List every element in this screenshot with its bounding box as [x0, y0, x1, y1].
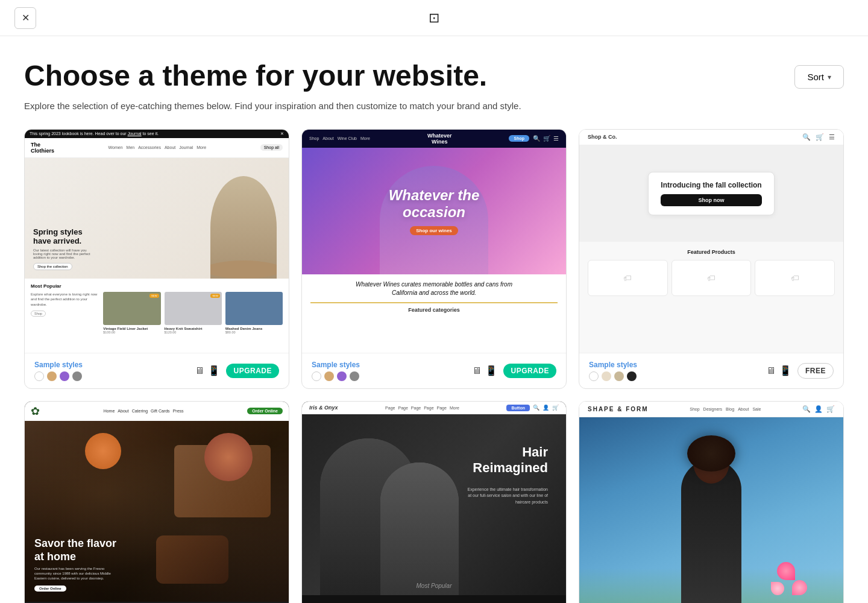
swatch-gray[interactable]: [350, 371, 359, 381]
sort-label: Sort: [807, 72, 824, 82]
new-badge: NEW: [149, 294, 159, 298]
footer-left-wines: Sample styles: [312, 361, 360, 381]
shop-product-1: 🏷: [588, 260, 668, 296]
jeans-image: [225, 292, 283, 325]
card-footer-clothiers: Sample styles 🖥 📱 UPGRADE: [25, 353, 289, 388]
shape-nav: SHAPE & FORM ShopDesignersBlogAboutSale …: [579, 402, 843, 417]
shape-hero: [579, 417, 843, 603]
search-icon: 🔍: [533, 405, 539, 411]
restaurant-order-btn: Order Online: [247, 408, 283, 414]
wines-featured-title: Featured categories: [310, 302, 558, 313]
theme-card-wines[interactable]: ShopAboutWine ClubMore WhateverWines Sho…: [301, 129, 567, 389]
iris-nav-links: PagePagePagePagePageMore: [385, 406, 459, 410]
flowers: [771, 562, 807, 598]
cart-icon: 🛒: [826, 405, 835, 413]
product-description-col: Explore what everyone is loving right no…: [31, 292, 99, 334]
iris-hero: HairReimagined Experience the ultimate h…: [302, 414, 566, 595]
restaurant-nav-links: HomeAboutCateringGift CardsPress: [104, 409, 184, 413]
card-footer-wines: Sample styles 🖥 📱 UPGRADE: [302, 353, 566, 388]
restaurant-hero: Savor the flavorat home Our restaurant h…: [25, 421, 289, 602]
desktop-icon: 🖥: [195, 365, 204, 376]
free-badge-shop[interactable]: FREE: [797, 363, 834, 379]
upgrade-badge-wines[interactable]: UPGRADE: [503, 364, 556, 378]
shop-swatches[interactable]: [589, 371, 637, 381]
restaurant-logo: ✿: [31, 405, 40, 418]
mobile-icon: 📱: [779, 365, 791, 376]
theme-card-shape[interactable]: SHAPE & FORM ShopDesignersBlogAboutSale …: [579, 401, 844, 603]
iris-nav-right: Button 🔍 👤 🛒: [506, 405, 559, 411]
footer-left-shop: Sample styles: [589, 361, 637, 381]
petal-2: [792, 580, 807, 595]
swatch-white[interactable]: [589, 371, 599, 381]
device-icons-wines: 🖥 📱: [472, 365, 497, 376]
wines-cta-button: Shop our wines: [410, 226, 458, 235]
shop-banner: Introducing the fall collection Shop now: [579, 145, 843, 242]
theme-preview-shape: SHAPE & FORM ShopDesignersBlogAboutSale …: [579, 402, 843, 603]
theme-preview-iris: Iris & Onyx PagePagePagePagePageMore But…: [302, 402, 566, 603]
top-bar: ✕ ⊡: [0, 0, 868, 36]
food-plate-2: [156, 535, 228, 584]
theme-card-shop[interactable]: Shop & Co. 🔍 🛒 ☰ Introducing the fall co…: [579, 129, 844, 389]
close-icon: ✕: [280, 131, 284, 136]
app-logo: ⊡: [429, 10, 439, 26]
hoodie-image: NEW: [165, 292, 222, 325]
wines-logo: WhateverWines: [427, 133, 452, 145]
theme-card-clothiers[interactable]: This spring 2023 lookbook is here. Head …: [24, 129, 289, 389]
swatch-beige[interactable]: [614, 371, 624, 381]
sample-styles-label-wines: Sample styles: [312, 361, 360, 369]
sample-styles-label: Sample styles: [34, 361, 83, 369]
wines-nav: ShopAboutWine ClubMore WhateverWines Sho…: [302, 130, 566, 148]
menu-icon: ☰: [829, 133, 835, 141]
swatch-tan[interactable]: [47, 371, 57, 381]
cart-icon: 🛒: [552, 405, 559, 411]
restaurant-headline: Savor the flavorat home: [34, 537, 119, 563]
shape-nav-icons: 🔍 👤 🛒: [802, 405, 835, 413]
iris-figure-2: [380, 463, 459, 595]
hero-text: Spring styleshave arrived. Our latest co…: [33, 227, 93, 270]
themes-grid: This spring 2023 lookbook is here. Head …: [0, 123, 868, 603]
wines-nav-links: ShopAboutWine ClubMore: [309, 136, 370, 140]
cart-icon: 🛒: [543, 135, 550, 142]
theme-card-iris[interactable]: Iris & Onyx PagePagePagePagePageMore But…: [301, 401, 567, 603]
product-jacket: NEW Vintage Field Liner Jacket $100.00: [103, 292, 160, 334]
swatch-white[interactable]: [34, 371, 44, 381]
swatch-purple[interactable]: [337, 371, 347, 381]
color-swatches[interactable]: [34, 371, 83, 381]
theme-preview-restaurant: ✿ HomeAboutCateringGift CardsPress Order…: [25, 402, 289, 603]
shop-product-3: 🏷: [755, 260, 835, 296]
sort-button[interactable]: Sort ▾: [794, 65, 844, 89]
clothiers-hero: Spring styleshave arrived. Our latest co…: [25, 158, 289, 279]
close-button[interactable]: ✕: [14, 7, 36, 29]
shop-products-row: 🏷 🏷 🏷: [588, 260, 835, 296]
shop-banner-card: Introducing the fall collection Shop now: [648, 172, 774, 215]
hero-body: Our latest collection will have you lovi…: [33, 248, 93, 259]
upgrade-badge[interactable]: UPGRADE: [226, 364, 279, 378]
banner-button: Shop now: [661, 194, 761, 206]
mobile-icon: 📱: [485, 365, 497, 376]
swatch-black[interactable]: [627, 371, 637, 381]
shop-products-section: Featured Products 🏷 🏷 🏷: [579, 242, 843, 303]
theme-card-restaurant[interactable]: ✿ HomeAboutCateringGift CardsPress Order…: [24, 401, 289, 603]
swatch-cream[interactable]: [602, 371, 611, 381]
wines-nav-icons: 🔍 🛒 ☰: [533, 135, 559, 142]
swatch-white[interactable]: [312, 371, 321, 381]
shop-nav-icons: 🔍 🛒 ☰: [802, 133, 835, 141]
theme-preview-clothiers: This spring 2023 lookbook is here. Head …: [25, 130, 289, 353]
shape-figure: [657, 423, 766, 603]
shop-product-2: 🏷: [671, 260, 752, 296]
products-row: Explore what everyone is loving right no…: [31, 292, 283, 334]
wines-swatches[interactable]: [312, 371, 360, 381]
product-jeans: Washed Denim Jeans $80.00: [225, 292, 283, 334]
swatch-purple[interactable]: [60, 371, 69, 381]
restaurant-text: Savor the flavorat home Our restaurant h…: [34, 537, 119, 592]
swatch-gray[interactable]: [72, 371, 82, 381]
figure-hair: [687, 435, 735, 472]
theme-preview-wines: ShopAboutWine ClubMore WhateverWines Sho…: [302, 130, 566, 353]
iris-subtitle: Experience the ultimate hair transformat…: [464, 487, 548, 506]
search-icon: 🔍: [802, 405, 811, 413]
jacket-price: $100.00: [103, 330, 160, 334]
wines-hero: Whatever theoccasion Shop our wines: [302, 148, 566, 274]
hoodie-price: $120.00: [165, 330, 222, 334]
swatch-tan[interactable]: [324, 371, 334, 381]
clothiers-products: Most Popular Explore what everyone is lo…: [25, 279, 289, 339]
